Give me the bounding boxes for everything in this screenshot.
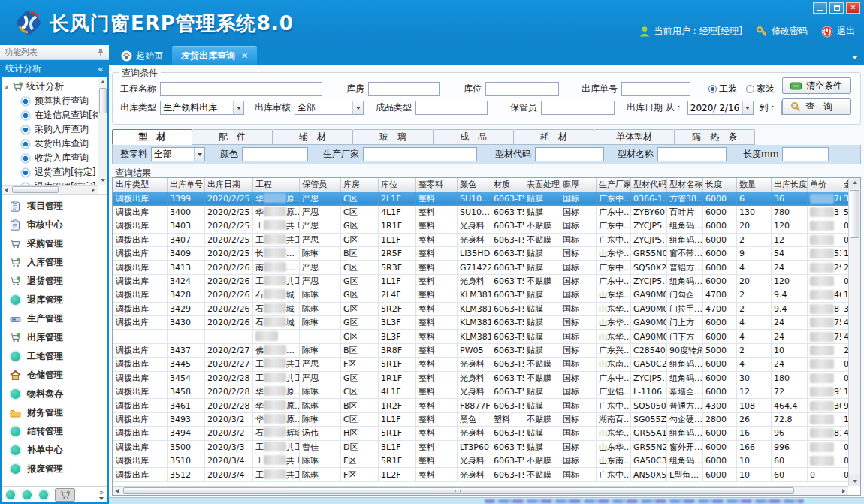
cart-tool-button[interactable] [55, 488, 75, 502]
column-header-profile-name[interactable]: 型材名称 [667, 178, 703, 192]
date-from-picker[interactable]: 2020/ 2/16 [687, 101, 754, 115]
table-row[interactable]: 调拨出库34282020/2/26石城陈琳G区2L4F整料KLM38176063… [113, 288, 853, 302]
quick-circle-icon[interactable] [6, 490, 15, 499]
project-name-input[interactable] [160, 82, 322, 96]
order-no-input[interactable] [621, 82, 690, 96]
module-项目管理[interactable]: 项目管理 [2, 197, 107, 216]
tree-item-采购入库查询[interactable]: 采购入库查询 [2, 122, 98, 137]
combo-arrow-icon[interactable] [742, 101, 753, 114]
module-审核中心[interactable]: 审核中心 [2, 216, 107, 234]
table-row[interactable]: 调拨出库34372020/2/27佛…陈琳B区3R8F整料PW056063-T5… [113, 343, 853, 357]
table-row[interactable]: 调拨出库34032020/2/25工共工程严思G区1R1F整料光身料6063-T… [113, 219, 853, 233]
whole-part-combo[interactable]: 全部 [151, 147, 205, 161]
column-header-out-type[interactable]: 出库类型 [113, 178, 168, 192]
module-报废管理[interactable]: 报废管理 [2, 460, 107, 478]
length-input[interactable] [782, 147, 829, 161]
column-header-quantity[interactable]: 数量 [737, 178, 772, 192]
radio-jiazhuang[interactable]: 家装 [746, 83, 775, 95]
material-tab-1[interactable]: 型 材 [112, 129, 192, 145]
tree-item-发货出库查询[interactable]: 发货出库查询 [2, 137, 98, 151]
tree-item-预算执行查询[interactable]: 预算执行查询 [2, 94, 98, 108]
logout-button[interactable]: 退出 [821, 25, 855, 38]
profile-code-input[interactable] [535, 147, 604, 161]
material-tab-6[interactable]: 耗 材 [514, 129, 594, 145]
module-物料盘存[interactable]: 物料盘存 [2, 385, 107, 403]
combo-arrow-icon[interactable] [352, 101, 363, 114]
keeper-input[interactable] [541, 101, 615, 115]
tab-shipment-outbound-query[interactable]: 发货出库查询 ✕ [172, 46, 257, 65]
tree-horizontal-scrollbar[interactable] [2, 185, 98, 194]
table-row[interactable]: 调拨出库34292020/2/26石城陈琳G区5R2F整料KLM38176063… [113, 302, 853, 315]
column-header-project[interactable]: 工程 [253, 178, 300, 192]
tree-vertical-scrollbar[interactable] [98, 77, 107, 185]
radio-gongzhuang[interactable]: 工装 [708, 83, 737, 95]
column-header-out-date[interactable]: 出库日期 [205, 178, 253, 192]
table-row[interactable]: 调拨出库35002020/3/3工共工程曹佳D区3L1F整料LT3P606063… [113, 440, 853, 454]
factory-input[interactable] [363, 147, 477, 161]
module-退库管理[interactable]: 退库管理 [2, 291, 107, 309]
sidebar-overflow-button[interactable]: » [99, 489, 104, 500]
column-header-location[interactable]: 库位 [379, 178, 416, 192]
table-row[interactable]: 调拨出库33992020/2/25华原…严思C区2L1F整料SU10…6063-… [113, 192, 853, 205]
search-button[interactable]: 查 询 [782, 98, 851, 115]
column-header-film[interactable]: 膜厚 [560, 178, 597, 192]
column-header-material[interactable]: 材质 [491, 178, 524, 192]
column-header-color[interactable]: 颜色 [458, 178, 491, 192]
module-退货管理[interactable]: 退货管理 [2, 272, 107, 291]
table-row[interactable]: 调拨出库35102020/3/4工共工程陈琳F区5R1F整料光身料6063-T5… [113, 454, 853, 467]
combo-arrow-icon[interactable] [194, 148, 204, 161]
tab-close-icon[interactable]: ✕ [241, 51, 248, 61]
table-row[interactable]: 调拨出库35122020/3/4工共工程陈琳F区1L2F整料光身料6063-T5… [113, 468, 853, 481]
product-type-input[interactable] [415, 101, 488, 115]
table-row[interactable]: 调拨出库34452020/2/27工共工程严思F区5R1F整料光身料6063-T… [113, 358, 853, 371]
pin-icon[interactable] [97, 48, 104, 56]
column-header-whole-part[interactable]: 整零料 [416, 178, 458, 192]
horizontal-scroll-thumb[interactable] [123, 487, 794, 494]
module-入库管理[interactable]: 入库管理 [2, 253, 107, 272]
material-tab-3[interactable]: 辅 材 [273, 129, 353, 145]
material-tab-4[interactable]: 玻 璃 [353, 129, 434, 145]
column-header-out-length[interactable]: 出库长度 [772, 178, 808, 192]
module-生产管理[interactable]: 生产管理 [2, 309, 107, 328]
material-tab-5[interactable]: 成 品 [434, 129, 514, 145]
tree-expander-icon[interactable] [5, 84, 8, 89]
profile-name-input[interactable] [657, 147, 727, 161]
table-row[interactable]: 调拨出库34002020/2/25华原…严思C区4L1F整料SU10…6063-… [113, 205, 853, 219]
out-type-combo[interactable]: 生产领料出库 [160, 101, 244, 115]
column-header-warehouse[interactable]: 库房 [341, 178, 379, 192]
material-tab-8[interactable]: 隔 热 条 [675, 129, 755, 145]
table-row[interactable]: 调拨出库34582020/2/28华原…陈琳C区4L1F整料光身料6063-T5… [113, 385, 853, 398]
tab-list-dropdown-icon[interactable] [852, 56, 858, 59]
combo-arrow-icon[interactable] [233, 101, 243, 114]
module-工地管理[interactable]: 工地管理 [2, 347, 107, 366]
warehouse-input[interactable] [368, 82, 440, 96]
column-header-keeper[interactable]: 保管员 [300, 178, 341, 192]
color-input[interactable] [242, 147, 308, 161]
column-header-order-no[interactable]: 出库单号 [168, 178, 205, 192]
tree-item-退库管理[待定][interactable]: 退库管理[待定] [2, 180, 98, 185]
column-header-surface[interactable]: 表面处理 [524, 178, 560, 192]
module-仓储管理[interactable]: 仓储管理 [2, 366, 107, 385]
module-结转管理[interactable]: 结转管理 [2, 422, 107, 441]
module-财务管理[interactable]: 财务管理 [2, 403, 107, 422]
collapse-panel-button[interactable]: « [98, 63, 104, 74]
quick-circle-icon[interactable] [39, 490, 48, 499]
tree-item-退货查询[待定][interactable]: 退货查询[待定] [2, 165, 98, 180]
table-row[interactable]: 调拨出库34072020/2/25工共工程严思G区1L1F整料光身料6063-T… [113, 233, 853, 246]
module-采购管理[interactable]: 采购管理 [2, 234, 107, 253]
clear-conditions-button[interactable]: 清空条件 [782, 77, 851, 94]
audit-combo[interactable]: 全部 [295, 101, 364, 115]
material-tab-2[interactable]: 配 件 [192, 129, 273, 145]
table-row[interactable]: 调拨出库34612020/2/28华原…陈琳B区1R2F整料F8877FT606… [113, 399, 853, 412]
column-header-length[interactable]: 长度 [703, 178, 737, 192]
location-input[interactable] [485, 82, 559, 96]
column-header-factory[interactable]: 生产厂家 [597, 178, 631, 192]
table-row[interactable]: 调拨出库34302020/2/26石城陈琳G区3L3F整料KLM38176063… [113, 316, 853, 330]
vertical-scroll-thumb[interactable] [850, 190, 859, 238]
table-row[interactable]: 调拨出库34932020/3/2华原…陈琳C区1L1F整料黑色塑料不贴膜国标湖南… [113, 412, 853, 426]
table-row[interactable]: G区3L3F整料KLM38176063-T5贴膜国标山东华…GA90M09…门下… [113, 330, 853, 343]
quick-circle-icon[interactable] [23, 490, 32, 499]
table-row[interactable]: 调拨出库34542020/2/28工共工程严思G区1R1F整料光身料6063-T… [113, 371, 853, 385]
minimize-button[interactable] [813, 2, 827, 14]
tree-root[interactable]: 统计分析 [2, 79, 98, 94]
